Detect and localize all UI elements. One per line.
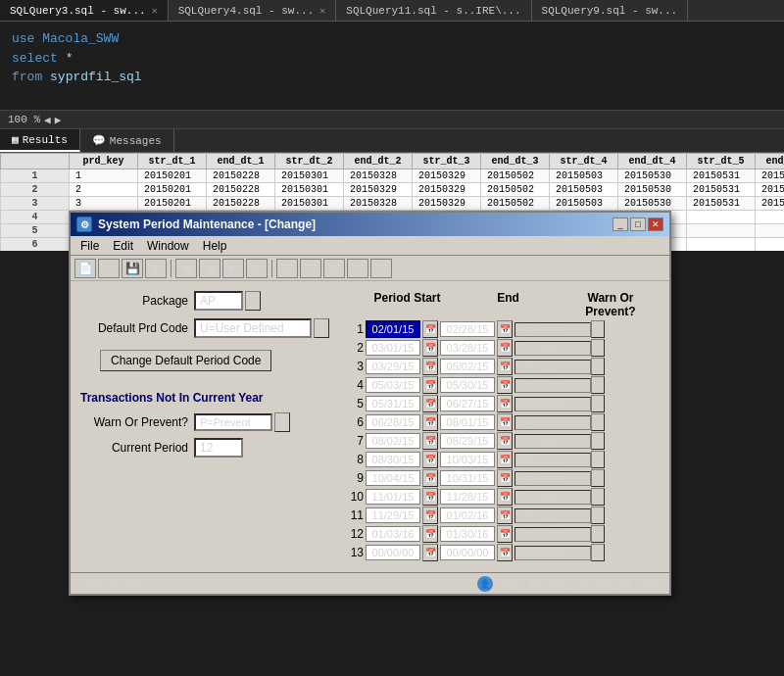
package-dropdown-btn[interactable]: ▼ <box>245 291 261 311</box>
period-start-input-2[interactable]: 03/01/15 <box>366 340 420 356</box>
editor-tab-3[interactable]: SQLQuery11.sql - s..IRE\... <box>336 0 531 21</box>
cal-btn-start-5[interactable]: 📅 <box>422 395 438 412</box>
period-warn-dropdown-3[interactable]: ▼ <box>591 358 605 375</box>
cal-btn-end-9[interactable]: 📅 <box>497 469 513 487</box>
cal-btn-start-3[interactable]: 📅 <box>422 358 438 375</box>
toolbar-prev-btn[interactable]: ◀| <box>175 259 197 278</box>
period-warn-dropdown-2[interactable]: ▼ <box>591 339 605 357</box>
period-end-input-2[interactable]: 03/28/15 <box>440 340 495 356</box>
toolbar-btn-a[interactable]: ⊞ <box>276 259 298 278</box>
toolbar-delete-btn[interactable]: 🗑 <box>145 259 167 278</box>
period-warn-input-11[interactable]: P=Prevent <box>514 508 591 523</box>
cal-btn-start-11[interactable]: 📅 <box>422 507 438 524</box>
period-end-input-7[interactable]: 08/29/15 <box>440 433 495 449</box>
period-start-input-10[interactable]: 11/01/15 <box>366 489 420 505</box>
modal-close-button[interactable]: ✕ <box>648 217 663 231</box>
period-end-input-6[interactable]: 08/01/15 <box>440 414 495 430</box>
editor-tab-1[interactable]: SQLQuery3.sql - sw... ✕ <box>0 0 169 21</box>
period-start-input-13[interactable]: 00/00/00 <box>366 545 420 560</box>
toolbar-btn-e[interactable]: ? <box>370 259 392 278</box>
menu-window[interactable]: Window <box>141 238 195 254</box>
period-warn-input-6[interactable]: P=Prevent <box>514 415 591 430</box>
period-start-input-5[interactable]: 05/31/15 <box>366 396 420 411</box>
toolbar-btn-d[interactable]: ⊘ <box>347 259 368 278</box>
default-prd-dropdown-btn[interactable]: ▼ <box>314 318 329 338</box>
period-warn-dropdown-6[interactable]: ▼ <box>591 413 605 431</box>
default-prd-input[interactable]: U=User Defined <box>194 318 312 338</box>
modal-minimize-button[interactable]: _ <box>612 217 628 231</box>
toolbar-btn-c[interactable]: ⊕ <box>323 259 345 278</box>
period-warn-dropdown-5[interactable]: ▼ <box>591 395 605 412</box>
close-tab-2-icon[interactable]: ✕ <box>319 5 325 17</box>
cal-btn-start-6[interactable]: 📅 <box>422 413 438 431</box>
toolbar-new-btn[interactable]: 📄 <box>74 259 96 278</box>
editor-tab-4[interactable]: SQLQuery9.sql - sw... <box>532 0 689 21</box>
period-warn-dropdown-10[interactable]: ▼ <box>591 488 605 506</box>
period-start-input-12[interactable]: 01/03/16 <box>366 526 420 542</box>
cal-btn-start-1[interactable]: 📅 <box>422 320 438 338</box>
cal-btn-end-12[interactable]: 📅 <box>497 525 513 543</box>
warn-input[interactable]: P=Prevent <box>194 413 272 431</box>
cal-btn-start-8[interactable]: 📅 <box>422 451 438 468</box>
period-end-input-11[interactable]: 01/02/16 <box>440 507 495 523</box>
period-warn-input-1[interactable]: P=Prevent <box>514 322 591 337</box>
menu-edit[interactable]: Edit <box>107 238 139 254</box>
menu-file[interactable]: File <box>74 238 105 254</box>
period-end-input-4[interactable]: 05/30/15 <box>440 377 495 393</box>
cal-btn-start-12[interactable]: 📅 <box>422 525 438 543</box>
cal-btn-start-13[interactable]: 📅 <box>422 544 438 561</box>
cal-btn-end-6[interactable]: 📅 <box>497 413 513 431</box>
period-end-input-13[interactable]: 00/00/00 <box>440 545 495 560</box>
period-end-input-3[interactable]: 05/02/15 <box>440 359 495 374</box>
cal-btn-end-3[interactable]: 📅 <box>497 358 513 375</box>
tab-messages[interactable]: 💬 Messages <box>80 129 174 152</box>
cal-btn-end-2[interactable]: 📅 <box>497 339 513 357</box>
toolbar-cut-btn[interactable]: ✂ <box>98 259 120 278</box>
cal-btn-end-4[interactable]: 📅 <box>497 376 513 394</box>
period-end-input-5[interactable]: 06/27/15 <box>440 396 495 411</box>
period-warn-input-9[interactable]: P=Prevent <box>514 471 591 486</box>
cal-btn-start-4[interactable]: 📅 <box>422 376 438 394</box>
period-warn-input-12[interactable]: P=Prevent <box>514 527 591 542</box>
period-warn-input-3[interactable]: P=Prevent <box>514 360 591 374</box>
period-start-input-9[interactable]: 10/04/15 <box>366 470 420 486</box>
modal-maximize-button[interactable]: □ <box>630 217 646 231</box>
warn-dropdown-btn[interactable]: ▼ <box>274 412 290 432</box>
period-start-input-4[interactable]: 05/03/15 <box>366 377 420 393</box>
toolbar-save-btn[interactable]: 💾 <box>122 259 143 278</box>
cal-btn-start-10[interactable]: 📅 <box>422 488 438 506</box>
cal-btn-start-9[interactable]: 📅 <box>422 469 438 487</box>
period-start-input-11[interactable]: 11/29/15 <box>366 507 420 523</box>
cal-btn-end-1[interactable]: 📅 <box>497 320 513 338</box>
period-end-input-9[interactable]: 10/31/15 <box>440 470 495 486</box>
cal-btn-start-7[interactable]: 📅 <box>422 432 438 450</box>
cal-btn-end-5[interactable]: 📅 <box>497 395 513 412</box>
menu-help[interactable]: Help <box>197 238 233 254</box>
period-warn-dropdown-8[interactable]: ▼ <box>591 451 605 468</box>
cal-btn-end-13[interactable]: 📅 <box>497 544 513 561</box>
period-warn-input-2[interactable]: P=Prevent <box>514 341 591 356</box>
period-start-input-6[interactable]: 06/28/15 <box>366 414 420 430</box>
close-tab-1-icon[interactable]: ✕ <box>152 5 158 17</box>
cal-btn-end-10[interactable]: 📅 <box>497 488 513 506</box>
period-start-input-1[interactable]: 02/01/15 <box>366 320 420 338</box>
editor-tab-2[interactable]: SQLQuery4.sql - sw... ✕ <box>169 0 337 21</box>
period-start-input-7[interactable]: 08/02/15 <box>366 433 420 449</box>
period-warn-dropdown-11[interactable]: ▼ <box>591 507 605 524</box>
current-period-input[interactable]: 12 <box>194 438 243 458</box>
period-end-input-10[interactable]: 11/28/15 <box>440 489 495 505</box>
cal-btn-end-11[interactable]: 📅 <box>497 507 513 524</box>
period-warn-dropdown-7[interactable]: ▼ <box>591 432 605 450</box>
cal-btn-start-2[interactable]: 📅 <box>422 339 438 357</box>
change-default-period-button[interactable]: Change Default Period Code <box>100 350 271 371</box>
period-end-input-12[interactable]: 01/30/16 <box>440 526 495 542</box>
period-warn-dropdown-4[interactable]: ▼ <box>591 376 605 394</box>
period-warn-input-4[interactable]: P=Prevent <box>514 378 591 393</box>
toolbar-forward-btn[interactable]: ▶ <box>222 259 244 278</box>
code-editor[interactable]: use Macola_SWW select * from syprdfil_sq… <box>0 22 784 110</box>
period-start-input-8[interactable]: 08/30/15 <box>366 452 420 467</box>
period-end-input-1[interactable]: 02/28/15 <box>440 321 495 337</box>
period-end-input-8[interactable]: 10/03/15 <box>440 452 495 467</box>
period-warn-dropdown-1[interactable]: ▼ <box>591 320 605 338</box>
period-warn-input-13[interactable]: P=Prevent <box>514 546 591 560</box>
